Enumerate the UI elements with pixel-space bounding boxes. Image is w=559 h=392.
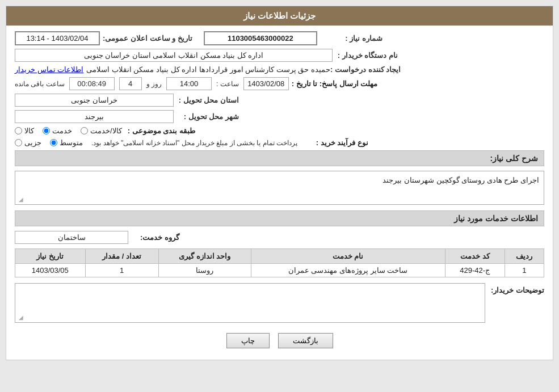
deadline-time: 14:00 — [166, 77, 212, 90]
buyer-notes-resize: ◢ — [16, 314, 23, 321]
announce-date-label: تاریخ و ساعت اعلان عمومی: — [103, 34, 195, 43]
announce-date-value: 1403/02/04 - 13:14 — [15, 31, 100, 45]
buyer-notes-box: ◢ — [15, 283, 485, 323]
category-kala-radio[interactable] — [15, 127, 22, 134]
category-option-khadamat: خدمت — [43, 127, 72, 135]
province-label: استان محل تحویل : — [174, 96, 242, 104]
col-code: کد خدمت — [445, 249, 505, 264]
table-cell-name: ساخت سایر پروژه‌های مهندسی عمران — [251, 264, 445, 277]
purchase-partial-label: جزیی — [24, 138, 41, 147]
need-number-label: شماره نیاز : — [317, 34, 385, 43]
need-description-text: اجرای طرح هادی روستای گوکچین شهرستان بیر… — [383, 176, 539, 184]
page-container: جزئیات اطلاعات نیاز شماره نیاز : 1103005… — [0, 0, 559, 392]
category-kala-khadamat-label: کالا/خدمت — [90, 127, 122, 135]
category-row: طبقه بندی موضوعی : کالا/خدمت خدمت کالا — [15, 127, 544, 135]
deadline-day-label: روز و — [146, 80, 162, 88]
city-row: شهر محل تحویل : بیرجند — [15, 110, 544, 123]
service-group-label: گروه خدمت: — [134, 233, 179, 242]
resize-handle: ◢ — [16, 196, 23, 203]
category-label: طبقه بندی موضوعی : — [128, 127, 198, 135]
purchase-options: پرداخت تمام یا بخشی از مبلغ خریدار محل "… — [15, 138, 297, 147]
table-row: 1ج-42-429ساخت سایر پروژه‌های مهندسی عمرا… — [15, 264, 544, 277]
category-options: کالا/خدمت خدمت کالا — [15, 127, 122, 135]
deadline-days: 4 — [119, 77, 142, 90]
need-description-header: شرح کلی نیاز: — [15, 150, 544, 166]
creator-row: ایجاد کننده درخواست : حمیده حق پرست کارش… — [15, 65, 544, 74]
services-header: اطلاعات خدمات مورد نیاز — [15, 210, 544, 226]
deadline-date: 1403/02/08 — [243, 77, 289, 90]
need-number-row: شماره نیاز : 1103005463000022 تاریخ و سا… — [15, 31, 544, 45]
deadline-values: 1403/02/08 ساعت : 14:00 روز و 4 00:08:49… — [15, 77, 289, 90]
buyer-name-label: نام دستگاه خریدار : — [333, 51, 401, 60]
deadline-remaining-label: ساعت باقی مانده — [15, 80, 65, 88]
need-description-box: اجرای طرح هادی روستای گوکچین شهرستان بیر… — [15, 171, 544, 205]
buttons-row: بازگشت چاپ — [15, 327, 544, 354]
purchase-option-partial: جزیی — [15, 138, 41, 147]
creator-value: حمیده حق پرست کارشناس امور قراردادها ادا… — [86, 65, 330, 74]
service-group-row: گروه خدمت: ساختمان — [15, 231, 544, 244]
table-cell-row: 1 — [505, 264, 544, 277]
purchase-type-label: نوع فرآیند خرید : — [303, 138, 371, 147]
table-cell-date: 1403/03/05 — [15, 264, 86, 277]
col-name: نام خدمت — [251, 249, 445, 264]
deadline-label: مهلت ارسال پاسخ: تا تاریخ : — [292, 79, 381, 88]
deadline-row: مهلت ارسال پاسخ: تا تاریخ : 1403/02/08 س… — [15, 77, 544, 90]
table-cell-code: ج-42-429 — [445, 264, 505, 277]
category-kala-label: کالا — [24, 127, 34, 135]
creator-label: ایجاد کننده درخواست : — [330, 65, 404, 74]
category-option-kala: کالا — [15, 127, 34, 135]
back-button[interactable]: بازگشت — [278, 333, 333, 348]
buyer-name-value: اداره کل بنیاد مسکن انقلاب اسلامی استان … — [15, 49, 333, 62]
province-value: خراسان جنوبی — [15, 94, 174, 107]
page-title: جزئیات اطلاعات نیاز — [6, 6, 553, 26]
main-box: جزئیات اطلاعات نیاز شماره نیاز : 1103005… — [6, 6, 553, 360]
purchase-partial-radio[interactable] — [15, 139, 22, 146]
col-qty: تعداد / مقدار — [85, 249, 158, 264]
purchase-medium-radio[interactable] — [50, 139, 57, 146]
category-khadamat-label: خدمت — [52, 127, 72, 135]
province-row: استان محل تحویل : خراسان جنوبی — [15, 94, 544, 107]
purchase-option-medium: متوسط — [50, 138, 83, 147]
col-date: تاریخ نیاز — [15, 249, 86, 264]
services-table-body: 1ج-42-429ساخت سایر پروژه‌های مهندسی عمرا… — [15, 264, 544, 277]
need-number-value: 1103005463000022 — [204, 31, 317, 45]
category-option-kala-khadamat: کالا/خدمت — [81, 127, 122, 135]
category-khadamat-radio[interactable] — [43, 127, 50, 134]
category-kala-khadamat-radio[interactable] — [81, 127, 88, 134]
buyer-notes-row: توضیحات خریدار: ◢ — [15, 283, 544, 323]
col-row: ردیف — [505, 249, 544, 264]
col-unit: واحد اندازه گیری — [158, 249, 251, 264]
contact-link[interactable]: اطلاعات تماس خریدار — [15, 65, 83, 74]
table-cell-quantity: 1 — [85, 264, 158, 277]
table-header: ردیف کد خدمت نام خدمت واحد اندازه گیری ت… — [15, 249, 544, 264]
services-section: اطلاعات خدمات مورد نیاز گروه خدمت: ساختم… — [15, 210, 544, 277]
buyer-name-row: نام دستگاه خریدار : اداره کل بنیاد مسکن … — [15, 49, 544, 62]
table-cell-unit: روستا — [158, 264, 251, 277]
print-button[interactable]: چاپ — [226, 333, 270, 348]
city-value: بیرجند — [15, 110, 174, 123]
deadline-time-label: ساعت : — [216, 80, 239, 88]
purchase-note: پرداخت تمام یا بخشی از مبلغ خریدار محل "… — [91, 139, 297, 147]
services-table: ردیف کد خدمت نام خدمت واحد اندازه گیری ت… — [15, 248, 544, 277]
need-description-wrapper: اجرای طرح هادی روستای گوکچین شهرستان بیر… — [15, 171, 544, 205]
deadline-remaining: 00:08:49 — [69, 77, 115, 90]
purchase-medium-label: متوسط — [60, 138, 83, 147]
content-area: شماره نیاز : 1103005463000022 تاریخ و سا… — [6, 26, 553, 360]
purchase-type-row: نوع فرآیند خرید : پرداخت تمام یا بخشی از… — [15, 138, 544, 147]
city-label: شهر محل تحویل : — [174, 112, 242, 121]
buyer-notes-label: توضیحات خریدار: — [491, 283, 544, 294]
service-group-value: ساختمان — [15, 231, 128, 244]
